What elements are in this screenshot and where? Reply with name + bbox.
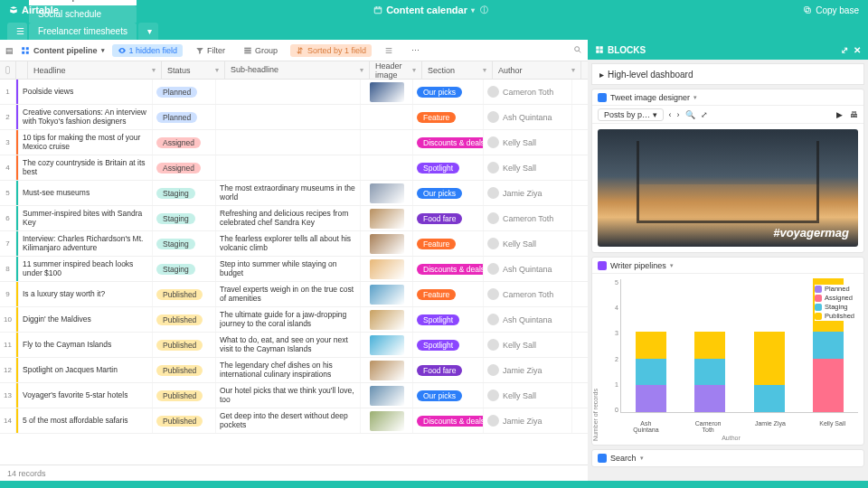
- cell-image[interactable]: [361, 383, 413, 408]
- column-status[interactable]: Status▾: [162, 61, 225, 79]
- cell-author[interactable]: Kelly Sall: [484, 155, 572, 180]
- cell-section[interactable]: Discounts & deals: [413, 408, 484, 433]
- cell-image[interactable]: [361, 358, 413, 382]
- table-row[interactable]: 11Fly to the Cayman IslandsPublishedWhat…: [0, 333, 588, 358]
- filter-button[interactable]: Filter: [190, 44, 231, 57]
- table-row[interactable]: 811 summer inspired beach looks under $1…: [0, 257, 588, 282]
- more-button[interactable]: ⋯: [406, 44, 425, 57]
- column-header-image[interactable]: Header image▾: [370, 61, 422, 79]
- add-table-button[interactable]: ▾: [138, 23, 158, 40]
- cell-section[interactable]: Discounts & deals: [413, 257, 484, 281]
- cell-subheadline[interactable]: [216, 155, 361, 180]
- hidden-fields-button[interactable]: 1 hidden field: [112, 44, 184, 57]
- expand-icon[interactable]: ⤢: [841, 45, 848, 55]
- close-icon[interactable]: ✕: [854, 45, 861, 55]
- cell-status[interactable]: Published: [153, 333, 216, 357]
- cell-image[interactable]: [361, 155, 413, 180]
- cell-image[interactable]: [361, 282, 413, 306]
- views-menu-icon[interactable]: ▤: [5, 46, 14, 55]
- cell-headline[interactable]: Fly to the Cayman Islands: [19, 333, 153, 357]
- cell-subheadline[interactable]: What to do, eat, and see on your next vi…: [216, 333, 361, 357]
- cell-author[interactable]: Kelly Sall: [484, 231, 572, 256]
- search-icon[interactable]: 🔍: [685, 110, 695, 119]
- cell-status[interactable]: Published: [153, 358, 216, 382]
- expand-icon[interactable]: ⤢: [701, 110, 708, 119]
- table-row[interactable]: 9Is a luxury stay worth it?PublishedTrav…: [0, 282, 588, 307]
- cell-subheadline[interactable]: Refreshing and delicious recipes from ce…: [216, 206, 361, 230]
- table-row[interactable]: 13Voyager's favorite 5-star hotelsPublis…: [0, 383, 588, 408]
- cell-image[interactable]: [361, 105, 413, 129]
- copy-base-button[interactable]: Copy base: [803, 5, 859, 15]
- cell-subheadline[interactable]: [216, 130, 361, 155]
- play-icon[interactable]: ▶: [836, 110, 843, 119]
- cell-author[interactable]: Jamie Ziya: [484, 181, 572, 205]
- cell-status[interactable]: Assigned: [153, 155, 216, 180]
- tab-social-schedule[interactable]: Social schedule: [29, 5, 137, 23]
- menu-button[interactable]: ☰: [7, 23, 27, 40]
- cell-status[interactable]: Staging: [153, 181, 216, 205]
- table-row[interactable]: 7Interview: Charles Richardson's Mt. Kil…: [0, 231, 588, 257]
- cell-status[interactable]: Staging: [153, 206, 216, 230]
- cell-headline[interactable]: 11 summer inspired beach looks under $10…: [19, 257, 153, 281]
- cell-status[interactable]: Published: [153, 307, 216, 332]
- row-height-button[interactable]: [379, 44, 399, 57]
- cell-subheadline[interactable]: The fearless explorer tells all about hi…: [216, 231, 361, 256]
- group-button[interactable]: Group: [238, 44, 283, 57]
- cell-headline[interactable]: Is a luxury stay worth it?: [19, 282, 153, 306]
- search-block[interactable]: Search ▾: [591, 449, 864, 467]
- cell-section[interactable]: Our picks: [413, 383, 484, 408]
- cell-image[interactable]: [361, 333, 413, 357]
- cell-author[interactable]: Cameron Toth: [484, 80, 572, 104]
- cell-subheadline[interactable]: Get deep into the desert without deep po…: [216, 408, 361, 433]
- cell-subheadline[interactable]: The legendary chef dishes on his interna…: [216, 358, 361, 382]
- cell-headline[interactable]: Poolside views: [19, 80, 153, 104]
- cell-status[interactable]: Published: [153, 282, 216, 306]
- cell-headline[interactable]: Spotlight on Jacques Martin: [19, 358, 153, 382]
- select-all-checkbox[interactable]: [0, 61, 16, 79]
- cell-section[interactable]: Feature: [413, 105, 484, 129]
- cell-status[interactable]: Planned: [153, 80, 216, 104]
- table-row[interactable]: 5Must-see museumsStagingThe most extraor…: [0, 181, 588, 206]
- dashboard-switcher[interactable]: ▸ High-level dashboard: [591, 63, 864, 85]
- cell-image[interactable]: [361, 257, 413, 281]
- column-section[interactable]: Section▾: [422, 61, 493, 79]
- cell-status[interactable]: Published: [153, 383, 216, 408]
- cell-section[interactable]: Our picks: [413, 80, 484, 104]
- cell-status[interactable]: Assigned: [153, 130, 216, 155]
- cell-author[interactable]: Jamie Ziya: [484, 408, 572, 433]
- cell-headline[interactable]: Must-see museums: [19, 181, 153, 205]
- cell-headline[interactable]: Summer-inspired bites with Sandra Key: [19, 206, 153, 230]
- cell-author[interactable]: Cameron Toth: [484, 206, 572, 230]
- cell-author[interactable]: Cameron Toth: [484, 282, 572, 306]
- cell-section[interactable]: Spotlight: [413, 307, 484, 332]
- cell-subheadline[interactable]: The most extraordinary museums in the wo…: [216, 181, 361, 205]
- table-row[interactable]: 145 of the most affordable safarisPublis…: [0, 408, 588, 434]
- table-row[interactable]: 10Diggin' the MaldivesPublishedThe ultim…: [0, 307, 588, 333]
- cell-author[interactable]: Ash Quintana: [484, 307, 572, 332]
- posts-dropdown[interactable]: Posts by p… ▾: [598, 108, 664, 121]
- cell-section[interactable]: Feature: [413, 282, 484, 306]
- tab-freelancer-timesheets[interactable]: Freelancer timesheets: [29, 23, 137, 40]
- table-row[interactable]: 6Summer-inspired bites with Sandra KeySt…: [0, 206, 588, 231]
- cell-image[interactable]: [361, 231, 413, 256]
- table-row[interactable]: 4The cozy countryside is Britain at its …: [0, 155, 588, 181]
- cell-headline[interactable]: 10 tips for making the most of your Mexi…: [19, 130, 153, 155]
- cell-status[interactable]: Staging: [153, 231, 216, 256]
- cell-subheadline[interactable]: [216, 80, 361, 104]
- column-subheadline[interactable]: Sub-headline▾: [225, 61, 370, 79]
- cell-section[interactable]: Our picks: [413, 181, 484, 205]
- cell-headline[interactable]: Creative conversations: An interview wit…: [19, 105, 153, 129]
- info-icon[interactable]: ⓘ: [480, 5, 488, 16]
- cell-headline[interactable]: 5 of the most affordable safaris: [19, 408, 153, 433]
- cell-image[interactable]: [361, 130, 413, 155]
- cell-author[interactable]: Ash Quintana: [484, 105, 572, 129]
- chevron-down-icon[interactable]: ▾: [670, 262, 674, 269]
- cell-section[interactable]: Discounts & deals: [413, 130, 484, 155]
- print-icon[interactable]: 🖶: [850, 110, 858, 119]
- cell-author[interactable]: Jamie Ziya: [484, 358, 572, 382]
- next-button[interactable]: ›: [677, 110, 680, 119]
- cell-section[interactable]: Spotlight: [413, 155, 484, 180]
- cell-image[interactable]: [361, 181, 413, 205]
- cell-section[interactable]: Food fare: [413, 358, 484, 382]
- block-toggle[interactable]: [598, 93, 607, 102]
